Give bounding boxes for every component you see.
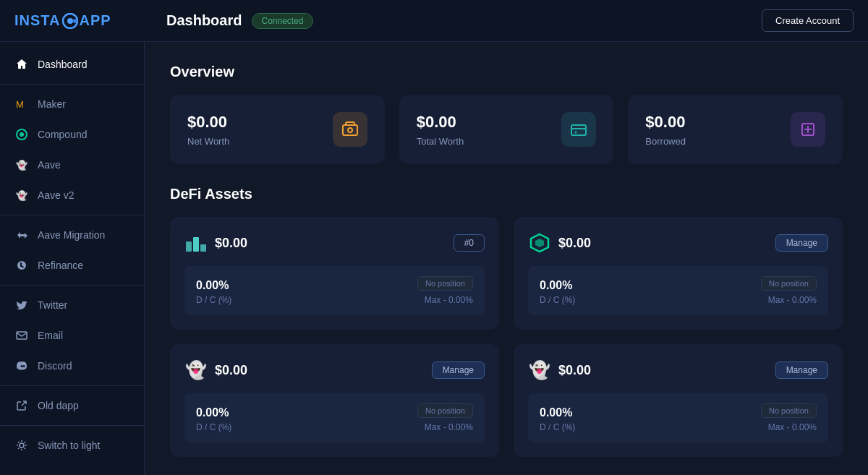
svg-rect-8 — [17, 332, 27, 339]
sidebar-item-discord[interactable]: Discord — [0, 351, 144, 381]
sidebar-item-maker[interactable]: M Maker — [0, 89, 144, 119]
aave-card-header: 👻 $0.00 Manage — [184, 359, 485, 382]
total-worth-card: $0.00 Total Worth — [399, 95, 614, 164]
defi-grid: $0.00 #0 0.00% D / C (%) No position Max… — [170, 217, 843, 457]
email-icon — [14, 328, 29, 343]
aave-card-body: 0.00% D / C (%) No position Max - 0.00% — [184, 393, 485, 442]
svg-rect-18 — [343, 125, 357, 135]
aave-v2-no-position: No position — [761, 403, 817, 418]
compound-percent: 0.00% — [540, 279, 575, 292]
aave-v2-defi-card: 👻 $0.00 Manage 0.00% D / C (%) No positi… — [514, 344, 843, 457]
borrowed-left: $0.00 Borrowed — [645, 113, 686, 147]
aave-max: Max - 0.00% — [417, 422, 473, 432]
sidebar-item-compound[interactable]: Compound — [0, 119, 144, 150]
discord-icon — [14, 359, 29, 373]
svg-point-9 — [20, 443, 24, 448]
aave-v2-max: Max - 0.00% — [761, 422, 817, 432]
sidebar-label-refinance: Refinance — [38, 260, 83, 271]
divider-4 — [0, 385, 144, 386]
maker-defi-card: $0.00 #0 0.00% D / C (%) No position Max… — [170, 217, 499, 330]
sidebar-label-maker: Maker — [38, 98, 66, 110]
maker-stat-left: 0.00% D / C (%) — [196, 279, 231, 305]
svg-rect-25 — [200, 244, 206, 252]
aave-icon: 👻 — [14, 158, 29, 172]
sidebar-item-email[interactable]: Email — [0, 320, 144, 351]
content-area: Overview $0.00 Net Worth — [145, 42, 868, 475]
maker-card-header: $0.00 #0 — [184, 231, 485, 254]
compound-no-position: No position — [761, 276, 817, 291]
sidebar-item-refinance[interactable]: Refinance — [0, 250, 144, 281]
compound-defi-card: $0.00 Manage 0.00% D / C (%) No position… — [514, 217, 843, 330]
net-worth-label: Net Worth — [187, 136, 229, 147]
compound-icon — [14, 127, 29, 142]
aave-defi-icon: 👻 — [184, 359, 208, 382]
logo: INSTA APP — [14, 12, 159, 30]
compound-manage-badge[interactable]: Manage — [775, 234, 828, 252]
aave-card-left: 👻 $0.00 — [184, 359, 247, 382]
maker-defi-amount: $0.00 — [215, 236, 247, 251]
svg-rect-23 — [186, 241, 192, 252]
aave-v2-icon: 👻 — [14, 188, 29, 202]
aave-v2-percent: 0.00% — [540, 406, 575, 419]
compound-defi-icon — [528, 231, 551, 254]
defi-title: DeFi Assets — [170, 186, 843, 202]
svg-line-16 — [25, 442, 26, 443]
sidebar-label-old-dapp: Old dapp — [38, 400, 79, 411]
migration-icon — [14, 228, 29, 242]
compound-defi-amount: $0.00 — [558, 236, 591, 251]
svg-point-21 — [575, 132, 577, 134]
borrowed-icon — [791, 112, 825, 147]
maker-stats-row: 0.00% D / C (%) No position Max - 0.00% — [196, 276, 473, 305]
sidebar-label-aave: Aave — [38, 159, 61, 171]
total-worth-amount: $0.00 — [417, 113, 464, 132]
divider-2 — [0, 215, 144, 215]
sun-icon — [14, 438, 29, 453]
main-layout: Dashboard M Maker Compound — [0, 42, 868, 475]
aave-dc: D / C (%) — [196, 422, 231, 432]
create-account-button[interactable]: Create Account — [762, 9, 854, 32]
aave-v2-stats-row: 0.00% D / C (%) No position Max - 0.00% — [540, 403, 817, 432]
aave-stat-right: No position Max - 0.00% — [417, 403, 473, 432]
net-worth-icon — [333, 112, 367, 147]
maker-no-position: No position — [417, 276, 473, 291]
svg-point-19 — [348, 128, 352, 132]
sidebar-item-aave-migration[interactable]: Aave Migration — [0, 220, 144, 250]
aave-defi-amount: $0.00 — [215, 363, 247, 378]
aave-no-position: No position — [417, 403, 473, 418]
aave-defi-card: 👻 $0.00 Manage 0.00% D / C (%) No positi… — [170, 344, 499, 457]
svg-rect-20 — [571, 125, 586, 135]
maker-defi-icon — [184, 231, 208, 254]
maker-icon: M — [14, 97, 29, 111]
aave-stats-row: 0.00% D / C (%) No position Max - 0.00% — [196, 403, 473, 432]
sidebar-item-twitter[interactable]: Twitter — [0, 290, 144, 320]
sidebar: Dashboard M Maker Compound — [0, 42, 145, 475]
maker-card-left: $0.00 — [184, 231, 247, 254]
compound-max: Max - 0.00% — [761, 295, 817, 305]
maker-card-body: 0.00% D / C (%) No position Max - 0.00% — [184, 266, 485, 315]
aave-v2-card-left: 👻 $0.00 — [528, 359, 591, 382]
maker-percent: 0.00% — [196, 279, 231, 292]
overview-title: Overview — [170, 64, 843, 80]
svg-text:M: M — [16, 99, 24, 110]
aave-manage-badge[interactable]: Manage — [432, 361, 485, 379]
sidebar-item-switch-light[interactable]: Switch to light — [0, 430, 144, 461]
sidebar-item-old-dapp[interactable]: Old dapp — [0, 390, 144, 421]
sidebar-item-dashboard[interactable]: Dashboard — [0, 49, 144, 80]
net-worth-left: $0.00 Net Worth — [187, 113, 229, 147]
svg-point-5 — [20, 132, 24, 137]
sidebar-item-aave[interactable]: 👻 Aave — [0, 150, 144, 180]
compound-stats-row: 0.00% D / C (%) No position Max - 0.00% — [540, 276, 817, 305]
maker-dc: D / C (%) — [196, 295, 231, 305]
aave-v2-manage-badge[interactable]: Manage — [775, 361, 828, 379]
borrowed-card: $0.00 Borrowed — [628, 95, 843, 164]
aave-percent: 0.00% — [196, 406, 231, 419]
total-worth-icon — [561, 112, 596, 147]
divider-3 — [0, 285, 144, 286]
compound-stat-right: No position Max - 0.00% — [761, 276, 817, 305]
sidebar-item-aave-v2[interactable]: 👻 Aave v2 — [0, 180, 144, 210]
header: INSTA APP Dashboard Connected Create Acc… — [0, 0, 868, 42]
aave-stat-left: 0.00% D / C (%) — [196, 406, 231, 432]
maker-badge[interactable]: #0 — [454, 234, 485, 252]
aave-v2-defi-icon: 👻 — [528, 359, 551, 382]
compound-dc: D / C (%) — [540, 295, 575, 305]
